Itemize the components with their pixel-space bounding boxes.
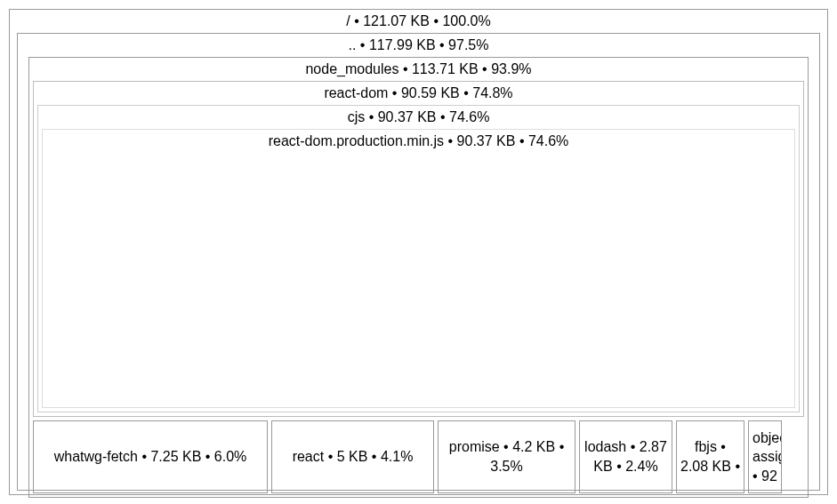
treemap-label-react-dom: react-dom • 90.59 KB • 74.8% xyxy=(37,82,800,105)
treemap-label-whatwg-fetch: whatwg-fetch • 7.25 KB • 6.0% xyxy=(54,447,247,467)
treemap-label-prodmin: react-dom.production.min.js • 90.37 KB •… xyxy=(43,130,794,153)
treemap-label-node-modules: node_modules • 113.71 KB • 93.9% xyxy=(33,58,804,81)
treemap-node-whatwg-fetch[interactable]: whatwg-fetch • 7.25 KB • 6.0% xyxy=(33,420,268,493)
treemap-node-promise[interactable]: promise • 4.2 KB • 3.5% xyxy=(438,420,575,493)
treemap-label-react: react • 5 KB • 4.1% xyxy=(293,447,414,467)
treemap-node-react-dom[interactable]: react-dom • 90.59 KB • 74.8% cjs • 90.37… xyxy=(33,81,804,417)
treemap-label-dotdot: .. • 117.99 KB • 97.5% xyxy=(23,34,814,57)
treemap-label-lodash: lodash • 2.87 KB • 2.4% xyxy=(583,437,668,476)
treemap-node-node-modules[interactable]: node_modules • 113.71 KB • 93.9% react-d… xyxy=(28,57,809,498)
treemap-node-lodash[interactable]: lodash • 2.87 KB • 2.4% xyxy=(579,420,672,493)
treemap-label-root: / • 121.07 KB • 100.0% xyxy=(17,10,820,33)
treemap-label-object-assign: object-assign • 92 xyxy=(752,428,782,486)
treemap-node-fbjs[interactable]: fbjs • 2.08 KB • xyxy=(676,420,744,493)
treemap-node-object-assign[interactable]: object-assign • 92 xyxy=(748,420,782,493)
treemap-node-root[interactable]: / • 121.07 KB • 100.0% .. • 117.99 KB • … xyxy=(9,9,828,495)
treemap-node-cjs[interactable]: cjs • 90.37 KB • 74.6% react-dom.product… xyxy=(37,105,800,412)
treemap-node-dotdot[interactable]: .. • 117.99 KB • 97.5% node_modules • 11… xyxy=(17,33,820,491)
treemap-siblings-row: whatwg-fetch • 7.25 KB • 6.0% react • 5 … xyxy=(33,420,804,493)
treemap-label-promise: promise • 4.2 KB • 3.5% xyxy=(442,437,571,476)
treemap-node-react-dom-production-min-js[interactable]: react-dom.production.min.js • 90.37 KB •… xyxy=(42,129,795,408)
treemap-label-fbjs: fbjs • 2.08 KB • xyxy=(680,437,740,476)
treemap-label-cjs: cjs • 90.37 KB • 74.6% xyxy=(42,106,795,129)
treemap-node-react[interactable]: react • 5 KB • 4.1% xyxy=(271,420,434,493)
